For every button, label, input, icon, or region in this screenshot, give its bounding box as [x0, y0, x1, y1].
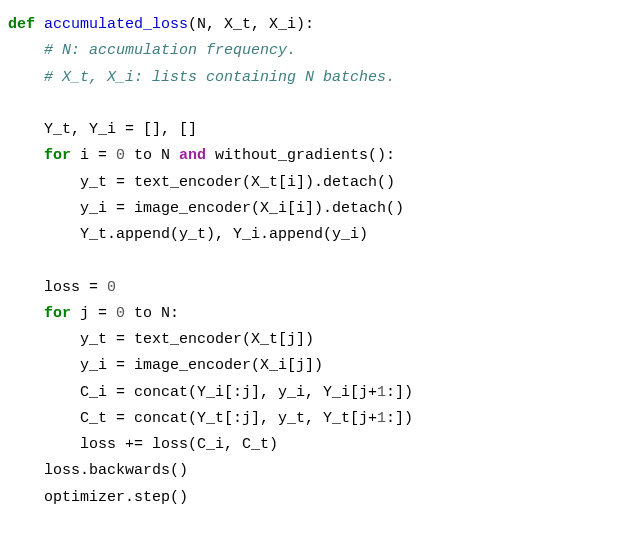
code-line: Y_t, Y_i = [], [] [44, 121, 197, 138]
code-line: loss.backwards() [44, 462, 188, 479]
number-literal: 0 [116, 305, 125, 322]
code-line: y_i = image_encoder(X_i[i]).detach() [80, 200, 404, 217]
keyword-for: for [44, 147, 71, 164]
keyword-and: and [179, 147, 206, 164]
signature-params: (N, X_t, X_i): [188, 16, 314, 33]
number-literal: 1 [377, 410, 386, 427]
code-line: loss = [44, 279, 107, 296]
code-line: loss += loss(C_i, C_t) [80, 436, 278, 453]
code-line: y_i = image_encoder(X_i[j]) [80, 357, 323, 374]
number-literal: 0 [107, 279, 116, 296]
code-block: def accumulated_loss(N, X_t, X_i): # N: … [8, 12, 632, 511]
keyword-for: for [44, 305, 71, 322]
number-literal: 0 [116, 147, 125, 164]
code-line: C_i = concat(Y_i[:j], y_i, Y_i[j+ [80, 384, 377, 401]
code-line: y_t = text_encoder(X_t[i]).detach() [80, 174, 395, 191]
comment-line: # N: accumulation frequency. [44, 42, 296, 59]
function-name: accumulated_loss [44, 16, 188, 33]
keyword-def: def [8, 16, 35, 33]
code-line: Y_t.append(y_t), Y_i.append(y_i) [80, 226, 368, 243]
code-line: y_t = text_encoder(X_t[j]) [80, 331, 314, 348]
code-line: C_t = concat(Y_t[:j], y_t, Y_t[j+ [80, 410, 377, 427]
number-literal: 1 [377, 384, 386, 401]
code-line: optimizer.step() [44, 489, 188, 506]
comment-line: # X_t, X_i: lists containing N batches. [44, 69, 395, 86]
